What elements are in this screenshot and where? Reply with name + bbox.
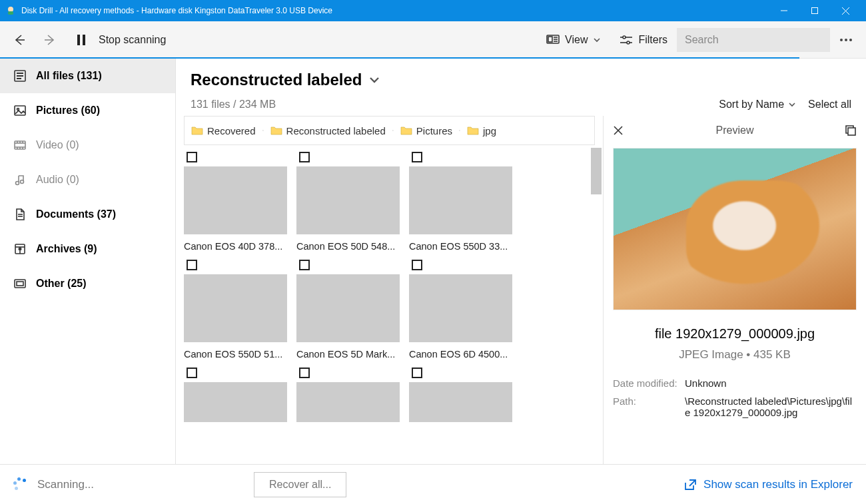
sidebar-item-label: Video (0) xyxy=(36,139,79,151)
meta-date-value: Unknown xyxy=(685,378,857,389)
chevron-right-icon xyxy=(260,127,266,134)
file-checkbox[interactable] xyxy=(187,260,197,270)
folder-title-dropdown[interactable]: Reconstructed labeled xyxy=(191,71,851,89)
file-checkbox[interactable] xyxy=(412,152,422,162)
select-all-button[interactable]: Select all xyxy=(808,99,851,111)
sidebar-item-all-files[interactable]: All files (131) xyxy=(0,59,175,93)
filters-label: Filters xyxy=(638,34,667,46)
svg-point-38 xyxy=(21,180,24,184)
view-dropdown[interactable]: View xyxy=(537,21,610,59)
file-checkbox[interactable] xyxy=(299,260,310,270)
sidebar-item-label: Other (25) xyxy=(36,278,87,290)
svg-rect-8 xyxy=(77,35,80,45)
sidebar-item-video[interactable]: Video (0) xyxy=(0,128,175,162)
open-external-button[interactable] xyxy=(838,125,857,136)
scrollbar-thumb[interactable] xyxy=(591,148,602,194)
toolbar: Stop scanning View Filters xyxy=(0,21,866,59)
file-checkbox[interactable] xyxy=(412,368,422,378)
file-tile[interactable] xyxy=(296,364,400,422)
file-label: Canon EOS 6D 4500... xyxy=(409,349,512,360)
view-label: View xyxy=(565,34,588,46)
show-in-explorer-link[interactable]: Show scan results in Explorer xyxy=(683,478,853,491)
file-tile[interactable]: Canon EOS 5D Mark... xyxy=(296,256,400,360)
close-button[interactable] xyxy=(830,0,861,21)
file-thumbnail xyxy=(184,382,287,422)
preview-filetype: JPEG Image • 435 KB xyxy=(613,348,857,362)
file-thumbnail xyxy=(409,382,512,422)
svg-rect-1 xyxy=(8,11,13,15)
file-label: Canon EOS 550D 33... xyxy=(409,241,512,252)
file-tile[interactable]: Canon EOS 40D 378... xyxy=(184,148,287,252)
sidebar-item-other[interactable]: Other (25) xyxy=(0,266,175,301)
file-checkbox[interactable] xyxy=(412,260,422,270)
sidebar-item-documents[interactable]: Documents (37) xyxy=(0,197,175,232)
file-checkbox[interactable] xyxy=(299,152,310,162)
file-tile[interactable]: Canon EOS 550D 33... xyxy=(409,148,512,252)
file-tile[interactable] xyxy=(184,364,287,422)
meta-path-value: \Reconstructed labeled\Pictures\jpg\file… xyxy=(685,395,857,418)
breadcrumb-segment[interactable]: Pictures xyxy=(416,125,452,136)
file-thumbnail xyxy=(296,274,400,342)
file-checkbox[interactable] xyxy=(187,152,197,162)
content-area: Reconstructed labeled 131 files / 234 MB… xyxy=(176,59,866,464)
svg-rect-25 xyxy=(17,78,21,79)
svg-rect-46 xyxy=(17,282,23,286)
sidebar-item-label: All files (131) xyxy=(36,70,102,82)
file-thumbnail xyxy=(296,382,400,422)
sidebar-item-archives[interactable]: Archives (9) xyxy=(0,232,175,266)
meta-path-label: Path: xyxy=(613,395,685,418)
sidebar: All files (131) Pictures (60) Video (0) … xyxy=(0,59,176,464)
file-grid: Canon EOS 40D 378...Canon EOS 50D 548...… xyxy=(184,148,603,464)
close-preview-button[interactable] xyxy=(613,125,632,136)
svg-point-18 xyxy=(627,41,630,44)
svg-rect-24 xyxy=(17,75,23,77)
breadcrumb-segment[interactable]: jpg xyxy=(483,125,496,136)
folder-icon xyxy=(467,126,479,135)
stop-scanning-label[interactable]: Stop scanning xyxy=(99,34,166,46)
breadcrumb[interactable]: Recovered Reconstructed labeled Pictures… xyxy=(184,116,595,145)
svg-point-20 xyxy=(845,39,847,41)
progress-underline xyxy=(0,57,799,59)
file-checkbox[interactable] xyxy=(187,368,197,378)
more-button[interactable] xyxy=(830,21,862,59)
file-tile[interactable]: Canon EOS 550D 51... xyxy=(184,256,287,360)
file-tile[interactable]: Canon EOS 50D 548... xyxy=(296,148,400,252)
breadcrumb-segment[interactable]: Reconstructed labeled xyxy=(286,125,386,136)
svg-rect-9 xyxy=(83,35,85,45)
title-bar: Disk Drill - All recovery methods - Hard… xyxy=(0,0,866,21)
filters-button[interactable]: Filters xyxy=(610,21,677,59)
folder-icon xyxy=(400,126,412,135)
sidebar-item-audio[interactable]: Audio (0) xyxy=(0,162,175,197)
sidebar-item-label: Archives (9) xyxy=(36,243,97,255)
file-tile[interactable] xyxy=(409,364,512,422)
svg-point-19 xyxy=(840,39,843,41)
svg-rect-49 xyxy=(848,128,855,135)
file-tile[interactable]: Canon EOS 6D 4500... xyxy=(409,256,512,360)
window-title: Disk Drill - All recovery methods - Hard… xyxy=(21,6,332,15)
preview-filename: file 1920x1279_000009.jpg xyxy=(613,326,857,342)
forward-button[interactable] xyxy=(35,21,65,59)
svg-point-16 xyxy=(623,36,626,39)
maximize-button[interactable] xyxy=(799,0,830,21)
chevron-right-icon xyxy=(456,127,463,134)
pause-button[interactable] xyxy=(69,21,93,59)
file-checkbox[interactable] xyxy=(299,368,310,378)
app-icon xyxy=(5,5,16,16)
preview-image xyxy=(613,148,857,310)
back-button[interactable] xyxy=(4,21,35,59)
meta-date-label: Date modified: xyxy=(613,378,685,389)
sidebar-item-pictures[interactable]: Pictures (60) xyxy=(0,93,175,128)
breadcrumb-segment[interactable]: Recovered xyxy=(207,125,256,136)
file-label: Canon EOS 50D 548... xyxy=(296,241,400,252)
sort-dropdown[interactable]: Sort by Name xyxy=(719,99,796,111)
status-bar: Scanning... Recover all... Show scan res… xyxy=(0,464,866,504)
sidebar-item-label: Pictures (60) xyxy=(36,105,100,117)
chevron-down-icon xyxy=(368,74,380,86)
status-text: Scanning... xyxy=(37,478,94,491)
chevron-right-icon xyxy=(390,127,396,134)
folder-icon xyxy=(270,126,282,135)
recover-all-button[interactable]: Recover all... xyxy=(254,472,346,497)
search-input[interactable] xyxy=(677,28,830,52)
minimize-button[interactable] xyxy=(769,0,799,21)
file-thumbnail xyxy=(184,274,287,342)
